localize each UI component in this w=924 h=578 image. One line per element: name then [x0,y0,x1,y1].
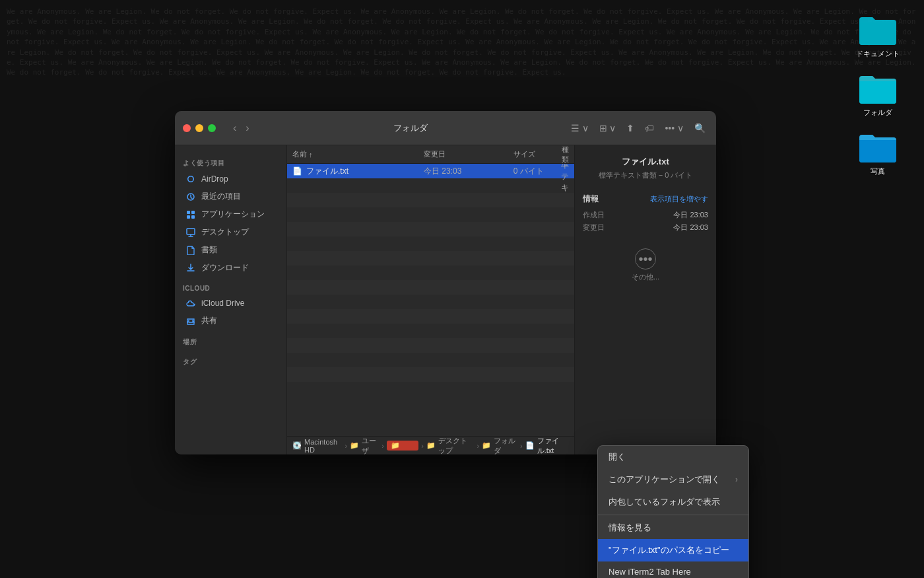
sub-folder-icon: 📁 [482,441,491,450]
sidebar-item-icloud-drive[interactable]: iCloud Drive [178,295,284,312]
maximize-button[interactable] [208,124,216,132]
context-menu-open[interactable]: 開く [598,446,748,468]
title-bar: ‹ › フォルダ ☰ ∨ ⊞ ∨ ⬆ 🏷 ••• ∨ 🔍 [175,111,716,145]
preview-panel: ファイル.txt 標準テキスト書類 − 0 バイト 情報 表示項目を増やす 作成… [574,145,716,454]
col-header-name[interactable]: 名前 ↑ [292,149,424,159]
file-date: 今日 23:03 [424,166,513,177]
documents-icon [185,245,196,256]
preview-created-label: 作成日 [583,210,605,220]
file-list: 📄 ファイル.txt 今日 23:03 0 バイト 標準テキ [287,164,574,436]
file-name: ファイル.txt [306,166,348,177]
recents-icon [185,192,196,202]
hd-icon: 💽 [292,441,302,450]
breadcrumb-desktop[interactable]: 📁 デスクトップ [426,436,475,455]
desktop-icon-folder[interactable]: フォルダ [851,72,904,118]
file-row-empty-2 [287,193,574,207]
col-header-date[interactable]: 変更日 [424,149,513,159]
file-row-empty-1 [287,178,574,193]
context-menu-copy-path[interactable]: "ファイル.txt"のパス名をコピー [598,539,748,561]
file-doc-icon: 📄 [292,166,302,176]
tag-icon[interactable]: 🏷 [642,120,657,136]
more-icon[interactable]: ••• ∨ [662,120,686,136]
view-list-icon[interactable]: ☰ ∨ [568,120,591,136]
desktop: We are Anonymous. We are Legion. We do n… [0,0,924,578]
svg-rect-5 [187,229,195,235]
close-button[interactable] [183,124,191,132]
home-folder-icon: 📁 [391,441,400,450]
breadcrumb-folder[interactable]: 📁 フォルダ [482,436,517,455]
sidebar-icloud-header: iCloud [175,277,286,295]
preview-created-value: 今日 23:03 [673,210,708,220]
sidebar-item-downloads[interactable]: ダウンロード [178,259,284,277]
finder-body: よく使う項目 AirDrop 最近の項目 [175,145,716,454]
shared-icon [185,316,196,326]
sidebar-item-applications-label: アプリケーション [201,209,265,220]
view-grid-icon[interactable]: ⊞ ∨ [597,120,619,136]
sidebar-item-recents-label: 最近の項目 [201,191,241,202]
context-menu-iterm-tab[interactable]: New iTerm2 Tab Here [598,561,748,578]
file-row-empty-13 [287,353,574,367]
window-title: フォルダ [253,122,568,134]
sidebar-item-recents[interactable]: 最近の項目 [178,188,284,205]
search-icon[interactable]: 🔍 [692,120,708,136]
folder-folder-icon [858,72,898,105]
desktop-icon-photos[interactable]: 写真 [851,131,904,176]
sidebar: よく使う項目 AirDrop 最近の項目 [175,145,287,454]
breadcrumb-hd[interactable]: 💽 Macintosh HD [292,438,342,454]
breadcrumb-sep-5: › [520,442,523,450]
desktop-icon-photos-label: 写真 [871,166,885,176]
more-dots-icon: ••• [635,248,656,270]
sidebar-item-shared-label: 共有 [201,315,217,326]
sidebar-item-documents[interactable]: 書類 [178,241,284,259]
share-icon[interactable]: ⬆ [624,120,637,136]
file-row-empty-9 [287,295,574,309]
svg-rect-1 [187,211,190,214]
sidebar-item-airdrop-label: AirDrop [201,174,228,184]
file-area: 名前 ↑ 変更日 サイズ 種類 [287,145,574,454]
sidebar-favorites-header: よく使う項目 [175,151,286,170]
breadcrumb-sep-4: › [477,442,480,450]
breadcrumb-sep-1: › [345,442,347,450]
user-folder-icon: 📁 [350,441,359,450]
preview-modified-label: 変更日 [583,223,605,233]
desktop-folder-icon: 📁 [426,441,436,450]
preview-info-toggle[interactable]: 表示項目を増やす [650,194,708,204]
context-menu-reveal[interactable]: 内包しているフォルダで表示 [598,491,748,513]
context-menu-get-info[interactable]: 情報を見る [598,517,748,539]
desktop-icon-small [185,227,196,238]
back-button[interactable]: ‹ [229,120,240,137]
breadcrumb-home[interactable]: 📁 [387,441,418,451]
applications-icon [185,209,196,220]
preview-modified-row: 変更日 今日 23:03 [583,223,708,233]
file-row-empty-7 [287,266,574,280]
breadcrumb-user[interactable]: 📁 ユーザ [350,436,379,455]
window-controls [183,124,216,132]
sidebar-places-header: 場所 [175,330,286,349]
minimize-button[interactable] [195,124,203,132]
desktop-icon-documents[interactable]: ドキュメント [851,13,904,59]
desktop-icon-folder-label: フォルダ [863,108,892,118]
file-size: 0 バイト [513,166,561,177]
breadcrumb-file[interactable]: 📄 ファイル.txt [525,436,569,455]
forward-button[interactable]: › [242,120,253,137]
col-header-type[interactable]: 種類 [562,145,569,164]
file-row-selected[interactable]: 📄 ファイル.txt 今日 23:03 0 バイト 標準テキ [287,164,574,178]
toolbar-right: ☰ ∨ ⊞ ∨ ⬆ 🏷 ••• ∨ 🔍 [568,120,708,136]
col-header-size[interactable]: サイズ [513,149,562,159]
finder-window: ‹ › フォルダ ☰ ∨ ⊞ ∨ ⬆ 🏷 ••• ∨ 🔍 よく使う項目 [175,111,716,454]
folder-documents-icon [858,13,898,46]
sidebar-item-desktop-label: デスクトップ [201,227,249,238]
sidebar-item-airdrop[interactable]: AirDrop [178,170,284,188]
icloud-drive-icon [185,298,196,308]
sidebar-item-desktop[interactable]: デスクトップ [178,223,284,241]
sidebar-item-shared[interactable]: 共有 [178,312,284,330]
preview-more-button[interactable]: ••• その他... [575,240,716,290]
sidebar-item-downloads-label: ダウンロード [201,262,249,273]
context-menu-open-with[interactable]: このアプリケーションで開く › [598,468,748,491]
file-row-empty-14 [287,367,574,382]
sidebar-item-applications[interactable]: アプリケーション [178,205,284,223]
breadcrumb-sep-3: › [421,442,424,450]
desktop-icon-documents-label: ドキュメント [856,49,900,59]
breadcrumb-bar: 💽 Macintosh HD › 📁 ユーザ › 📁 › [287,436,574,454]
sidebar-tags-header: タグ [175,349,286,369]
